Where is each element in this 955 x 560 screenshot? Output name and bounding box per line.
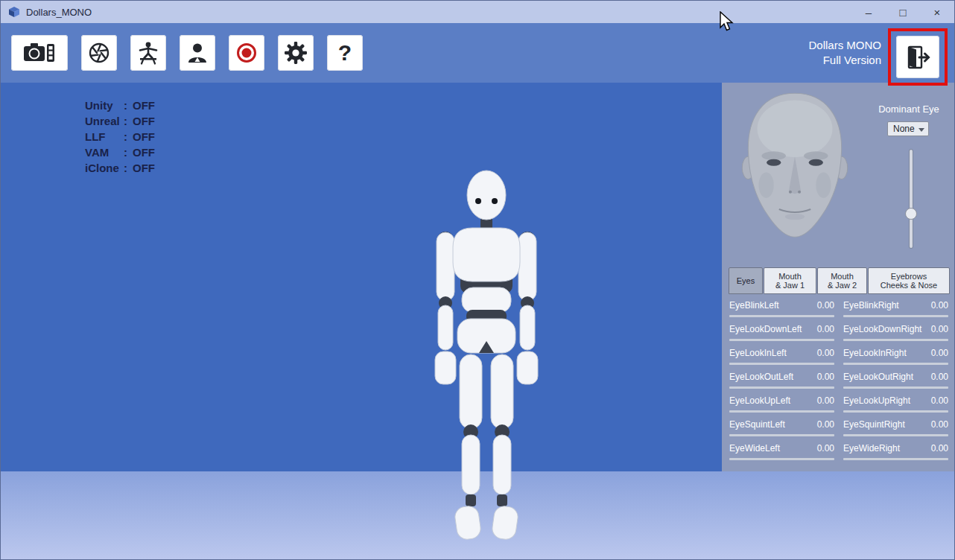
- help-button[interactable]: ?: [327, 35, 363, 71]
- status-row: Unity:OFF: [85, 98, 155, 113]
- status-value: OFF: [133, 146, 155, 159]
- blendshape-cell[interactable]: EyeLookInRight0.00: [843, 348, 948, 366]
- blendshape-value: 0.00: [931, 324, 948, 334]
- blendshape-label: EyeBlinkRight: [843, 300, 899, 311]
- blendshape-track[interactable]: [843, 386, 948, 389]
- eye-slider[interactable]: [903, 150, 919, 248]
- person-icon: [186, 42, 209, 64]
- settings-button[interactable]: [278, 35, 314, 71]
- shutter-button[interactable]: [81, 35, 117, 71]
- eye-slider-track[interactable]: [910, 150, 913, 248]
- mocap-button[interactable]: [130, 35, 166, 71]
- exit-button[interactable]: [896, 36, 939, 78]
- blendshape-label: EyeLookDownRight: [843, 324, 921, 334]
- blendshape-track[interactable]: [729, 410, 834, 413]
- blendshape-label: EyeLookUpRight: [843, 395, 910, 406]
- tab-mouth-jaw-2[interactable]: Mouth& Jaw 2: [817, 267, 867, 294]
- record-button[interactable]: [229, 35, 264, 71]
- tab-eyebrows-cheeks-nose[interactable]: EyebrowsCheeks & Nose: [868, 267, 950, 294]
- help-icon: ?: [338, 42, 352, 64]
- blendshape-value: 0.00: [931, 395, 948, 406]
- blendshape-cell[interactable]: EyeLookOutLeft0.00: [729, 372, 834, 389]
- side-panel: Dominant Eye None Eyes Mouth& Jaw 1 Mout…: [722, 83, 955, 471]
- status-row: Unreal:OFF: [85, 113, 155, 129]
- mocap-stage-icon: [136, 41, 160, 65]
- dominant-eye-label: Dominant Eye: [865, 104, 953, 115]
- exit-door-icon: [904, 44, 931, 71]
- blendshape-cell[interactable]: EyeSquintLeft0.00: [729, 419, 834, 437]
- window-title: Dollars_MONO: [26, 7, 92, 18]
- blendshape-track[interactable]: [729, 458, 834, 460]
- shutter-icon: [88, 42, 110, 64]
- close-button[interactable]: ×: [920, 1, 954, 23]
- status-value: OFF: [133, 162, 155, 174]
- minimize-button[interactable]: –: [851, 1, 886, 23]
- blendshape-label: EyeLookInLeft: [729, 348, 787, 358]
- blendshape-track[interactable]: [843, 315, 948, 317]
- tab-eyes[interactable]: Eyes: [729, 267, 763, 294]
- blendshape-track[interactable]: [843, 410, 948, 413]
- blendshape-track[interactable]: [729, 339, 834, 341]
- dominant-eye-value: None: [893, 124, 915, 134]
- blendshape-cell[interactable]: EyeLookUpRight0.00: [843, 395, 948, 413]
- blendshape-label: EyeLookOutRight: [843, 372, 913, 382]
- blendshape-label: EyeSquintRight: [843, 419, 905, 430]
- blendshape-cell[interactable]: EyeBlinkRight0.00: [843, 300, 948, 318]
- blendshape-track[interactable]: [843, 339, 948, 341]
- blendshape-cell[interactable]: EyeLookInLeft0.00: [729, 348, 834, 366]
- blendshape-track[interactable]: [843, 363, 948, 365]
- blendshape-value: 0.00: [931, 300, 948, 311]
- chevron-down-icon: [918, 128, 924, 132]
- blendshape-label: EyeLookOutLeft: [729, 372, 793, 382]
- status-list: Unity:OFF Unreal:OFF LLF:OFF VAM:OFF iCl…: [85, 98, 155, 176]
- blendshape-value: 0.00: [817, 419, 834, 430]
- window-controls: – □ ×: [851, 1, 954, 23]
- avatar-button[interactable]: [180, 35, 215, 71]
- blendshape-value: 0.00: [931, 372, 948, 382]
- version-line2: Full Version: [808, 53, 881, 68]
- blendshape-cell[interactable]: EyeLookDownLeft0.00: [729, 324, 834, 342]
- blendshape-value: 0.00: [931, 443, 948, 454]
- blendshape-cell[interactable]: EyeSquintRight0.00: [843, 419, 948, 437]
- head-preview[interactable]: [723, 87, 866, 264]
- maximize-button[interactable]: □: [886, 1, 920, 23]
- status-row: iClone:OFF: [85, 160, 155, 176]
- blendshape-cell[interactable]: EyeBlinkLeft0.00: [729, 300, 834, 318]
- blendshape-cell[interactable]: EyeLookUpLeft0.00: [729, 395, 834, 413]
- blendshape-track[interactable]: [843, 434, 948, 436]
- blendshape-value: 0.00: [817, 372, 834, 382]
- blendshape-label: EyeLookDownLeft: [729, 324, 802, 334]
- eye-slider-thumb[interactable]: [905, 208, 917, 220]
- blendshape-label: EyeLookInRight: [843, 348, 907, 358]
- blendshape-value: 0.00: [931, 419, 948, 430]
- blendshape-grid: EyeBlinkLeft0.00 EyeBlinkRight0.00 EyeLo…: [729, 300, 948, 461]
- blendshape-track[interactable]: [729, 434, 834, 436]
- blendshape-cell[interactable]: EyeLookDownRight0.00: [843, 324, 948, 342]
- blendshape-cell[interactable]: EyeWideRight0.00: [843, 443, 948, 461]
- blendshape-cell[interactable]: EyeWideLeft0.00: [729, 443, 834, 461]
- blendshape-value: 0.00: [817, 324, 834, 334]
- status-row: VAM:OFF: [85, 144, 155, 160]
- blendshape-track[interactable]: [729, 386, 834, 389]
- tab-mouth-jaw-1[interactable]: Mouth& Jaw 1: [764, 267, 816, 294]
- camera-icon: [24, 42, 55, 64]
- status-row: LLF:OFF: [85, 129, 155, 144]
- titlebar: Dollars_MONO – □ ×: [1, 1, 954, 23]
- dominant-eye-select[interactable]: None: [887, 121, 929, 136]
- blendshape-value: 0.00: [817, 395, 834, 406]
- blendshape-track[interactable]: [843, 458, 948, 460]
- gear-icon: [284, 41, 308, 65]
- panel-tabs: Eyes Mouth& Jaw 1 Mouth& Jaw 2 EyebrowsC…: [729, 267, 951, 294]
- status-value: OFF: [133, 130, 155, 143]
- status-value: OFF: [133, 115, 155, 127]
- blendshape-cell[interactable]: EyeLookOutRight0.00: [843, 372, 948, 389]
- camera-button[interactable]: [11, 35, 68, 71]
- app-logo-icon: [8, 6, 20, 18]
- version-line1: Dollars MONO: [808, 38, 881, 53]
- blendshape-track[interactable]: [729, 315, 834, 317]
- status-value: OFF: [133, 99, 155, 112]
- blendshape-value: 0.00: [817, 443, 834, 454]
- blendshape-track[interactable]: [729, 363, 834, 365]
- blendshape-label: EyeSquintLeft: [729, 419, 785, 430]
- app-window: Dollars_MONO – □ ×: [0, 0, 955, 560]
